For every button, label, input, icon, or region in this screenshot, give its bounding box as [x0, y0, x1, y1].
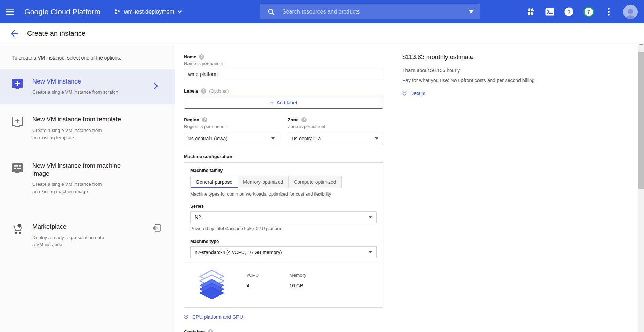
select-caret-icon — [369, 251, 372, 253]
machine-configuration-card: Machine family General-purpose Memory-op… — [184, 162, 383, 308]
back-button[interactable] — [8, 27, 21, 40]
zone-label: Zone — [288, 117, 299, 122]
tab-general-purpose[interactable]: General-purpose — [190, 176, 238, 188]
series-note: Powered by Intel Cascade Lake CPU platfo… — [190, 226, 377, 231]
gift-icon — [526, 8, 535, 16]
zone-select[interactable]: us-central1-a — [288, 133, 383, 144]
terminal-icon — [545, 8, 554, 16]
project-icon — [114, 9, 121, 15]
account-avatar[interactable] — [623, 5, 638, 19]
monthly-estimate-title: $113.83 monthly estimate — [402, 54, 555, 61]
vcpu-label: vCPU — [247, 272, 259, 278]
machine-configuration-heading: Machine configuration — [184, 154, 383, 159]
chevron-right-icon — [154, 82, 158, 89]
scrollbar-thumb[interactable] — [638, 52, 644, 189]
header-actions: ? 7 — [526, 0, 638, 23]
chevron-down-icon — [178, 10, 182, 13]
back-arrow-icon — [11, 30, 18, 37]
cpu-platform-gpu-link[interactable]: CPU platform and GPU — [184, 314, 243, 320]
series-label: Series — [190, 204, 377, 209]
help-icon: ? — [564, 7, 573, 16]
search-dropdown-caret-icon[interactable] — [469, 10, 474, 13]
option-title: New VM instance from machine image — [32, 162, 137, 178]
region-select[interactable]: us-central1 (Iowa) — [184, 133, 279, 144]
marketplace-cart-icon — [12, 224, 23, 235]
select-caret-icon — [369, 216, 372, 218]
region-note: Region is permanent — [184, 124, 279, 129]
search-bar[interactable] — [260, 4, 480, 19]
machine-family-label: Machine family — [190, 168, 377, 173]
billing-note-text: Pay for what you use: No upfront costs a… — [402, 78, 555, 83]
zone-note: Zone is permanent — [288, 124, 383, 129]
page-title: Create an instance — [27, 30, 86, 38]
top-app-bar: Google Cloud Platform wm-test-deployment — [0, 0, 644, 23]
name-note: Name is permanent — [184, 61, 383, 66]
option-description: Create a single VM instance from an exis… — [32, 181, 137, 196]
option-title: New VM instance — [32, 78, 118, 86]
option-marketplace[interactable]: Marketplace Deploy a ready-to-go solutio… — [0, 214, 175, 256]
search-input[interactable] — [282, 9, 469, 15]
option-title: New VM instance from template — [32, 116, 121, 124]
machine-type-label: Machine type — [190, 239, 377, 244]
search-icon — [268, 8, 275, 15]
container-help-icon[interactable]: ? — [208, 329, 213, 332]
add-label-button[interactable]: + Add label — [184, 97, 383, 109]
hourly-estimate-text: That's about $0.156 hourly — [402, 68, 555, 73]
notification-count: 7 — [587, 9, 590, 15]
hamburger-icon — [6, 9, 14, 15]
option-title: Marketplace — [32, 223, 104, 231]
hamburger-menu-button[interactable] — [0, 0, 19, 23]
sidebar-intro-text: To create a VM instance, select one of t… — [0, 45, 175, 69]
free-trial-gift-button[interactable] — [526, 7, 535, 16]
vcpu-value: 4 — [247, 283, 259, 288]
tab-memory-optimized[interactable]: Memory-optimized — [238, 176, 289, 188]
zone-help-icon[interactable]: ? — [301, 117, 307, 122]
machine-type-select[interactable]: n2-standard-4 (4 vCPU, 16 GB memory) — [190, 246, 377, 258]
labels-help-icon[interactable]: ? — [201, 88, 206, 94]
series-select[interactable]: N2 — [190, 211, 377, 223]
help-button[interactable]: ? — [564, 7, 573, 16]
svg-text:?: ? — [567, 9, 570, 15]
expand-double-chevron-icon — [402, 91, 407, 96]
machine-family-tabs: General-purpose Memory-optimized Compute… — [190, 176, 377, 188]
option-description: Create a single VM instance from an exis… — [32, 127, 121, 142]
labels-optional: (Optional) — [209, 88, 229, 94]
cost-estimate-panel: $113.83 monthly estimate That's about $0… — [402, 45, 555, 96]
layers-icon — [198, 270, 226, 300]
instance-form: Name ? Name is permanent Labels ? (Optio… — [184, 45, 383, 332]
name-help-icon[interactable]: ? — [199, 54, 204, 60]
project-switcher[interactable]: wm-test-deployment — [114, 9, 182, 15]
vm-instance-icon — [12, 79, 23, 90]
person-icon — [625, 7, 636, 19]
expand-double-chevron-icon — [184, 315, 188, 320]
machine-family-note: Machine types for common workloads, opti… — [190, 191, 377, 197]
cloud-shell-button[interactable] — [545, 7, 554, 16]
tab-compute-optimized[interactable]: Compute-optimized — [289, 176, 341, 188]
region-label: Region — [184, 117, 199, 122]
memory-value: 16 GB — [289, 283, 306, 288]
page-header: Create an instance — [0, 23, 644, 44]
option-description: Deploy a ready-to-go solution onto a VM … — [32, 234, 104, 249]
select-caret-icon — [375, 137, 378, 140]
option-description: Create a single VM instance from scratch — [32, 89, 118, 96]
vertical-scrollbar[interactable] — [638, 39, 644, 332]
vm-template-icon — [12, 117, 23, 128]
plus-icon: + — [270, 98, 274, 106]
name-input[interactable] — [184, 69, 383, 79]
gcp-logo[interactable]: Google Cloud Platform — [24, 8, 100, 16]
estimate-details-link[interactable]: Details — [402, 90, 425, 96]
machine-image-icon — [12, 163, 23, 174]
labels-label: Labels — [184, 88, 198, 94]
project-name: wm-test-deployment — [124, 9, 174, 15]
option-new-vm-from-template[interactable]: New VM instance from template Create a s… — [0, 107, 175, 149]
notifications-badge[interactable]: 7 — [583, 7, 594, 17]
open-external-icon — [152, 223, 161, 232]
option-new-vm-from-machine-image[interactable]: New VM instance from machine image Creat… — [0, 153, 175, 204]
region-help-icon[interactable]: ? — [202, 117, 207, 122]
container-label: Container — [184, 329, 205, 332]
select-caret-icon — [271, 137, 275, 140]
option-new-vm-instance[interactable]: New VM instance Create a single VM insta… — [0, 69, 175, 104]
name-label: Name — [184, 54, 196, 60]
overflow-menu-button[interactable] — [604, 7, 613, 16]
create-options-panel: To create a VM instance, select one of t… — [0, 45, 175, 332]
